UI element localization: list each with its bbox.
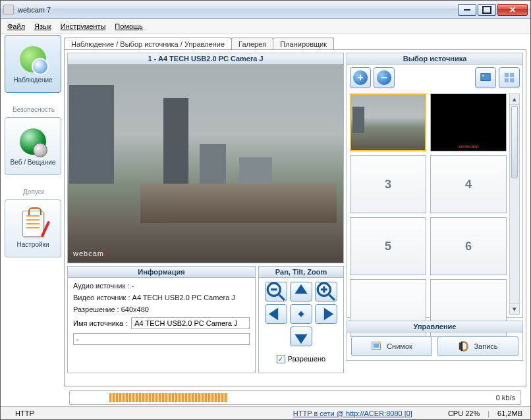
source-name-label: Имя источника : bbox=[73, 319, 127, 327]
globe-icon bbox=[20, 128, 46, 155]
close-button[interactable] bbox=[497, 4, 528, 16]
svg-rect-18 bbox=[461, 342, 463, 351]
ptz-right-button[interactable] bbox=[315, 304, 337, 324]
tab-scheduler[interactable]: Планировщик bbox=[273, 38, 334, 49]
svg-rect-11 bbox=[510, 73, 514, 77]
snapshot-button[interactable]: Снимок bbox=[351, 336, 432, 356]
ptz-title: Pan, Tilt, Zoom bbox=[259, 267, 343, 278]
sidebar-label-web: Веб / Вещание bbox=[11, 159, 56, 166]
minimize-button[interactable] bbox=[458, 4, 476, 16]
ptz-home-button[interactable] bbox=[290, 304, 312, 324]
info-title: Информация bbox=[68, 267, 255, 278]
app-icon bbox=[3, 5, 14, 15]
single-view-button[interactable] bbox=[475, 67, 496, 88]
source-title: Выбор источника bbox=[347, 53, 522, 65]
sidebar-category-access: Допуск bbox=[5, 178, 61, 197]
app-window: webcam 7 Файл Язык Инструменты Помощь На… bbox=[0, 0, 531, 420]
clipboard-icon bbox=[22, 211, 43, 237]
sidebar-item-settings[interactable]: Настройки bbox=[5, 199, 61, 257]
zoom-out-button[interactable] bbox=[265, 282, 287, 302]
ptz-allowed-checkbox[interactable]: ✓ bbox=[277, 355, 285, 363]
snapshot-label: Снимок bbox=[387, 342, 412, 350]
source-thumb-5[interactable]: 5 bbox=[350, 217, 426, 275]
record-button[interactable]: Запись bbox=[437, 336, 518, 356]
add-source-button[interactable]: + bbox=[350, 67, 371, 88]
menu-tools[interactable]: Инструменты bbox=[61, 22, 106, 30]
bandwidth-bar: 0 kb/s bbox=[69, 390, 521, 405]
menu-file[interactable]: Файл bbox=[7, 22, 25, 30]
window-title: webcam 7 bbox=[18, 6, 51, 14]
snapshot-icon bbox=[371, 340, 383, 352]
control-panel: Управление Снимок Запись bbox=[347, 321, 523, 361]
source-panel: Выбор источника + − webcam bbox=[347, 53, 523, 318]
tab-gallery[interactable]: Галерея bbox=[231, 38, 273, 49]
source-thumb-3[interactable]: 3 bbox=[350, 155, 426, 213]
ptz-panel: Pan, Tilt, Zoom bbox=[258, 266, 344, 373]
menu-help[interactable]: Помощь bbox=[115, 22, 143, 30]
maximize-button[interactable] bbox=[478, 4, 496, 16]
status-link[interactable]: HTTP в сети @ http://ACER:8080 [0] bbox=[293, 409, 412, 417]
source-thumb-1[interactable] bbox=[350, 93, 426, 151]
menu-language[interactable]: Язык bbox=[34, 22, 51, 30]
svg-rect-15 bbox=[374, 344, 379, 348]
scroll-thumb[interactable] bbox=[511, 106, 518, 178]
sidebar-category-security: Безопасность bbox=[5, 95, 61, 115]
webcam-icon bbox=[20, 46, 46, 72]
record-icon bbox=[458, 340, 470, 352]
camera-title: 1 - A4 TECH USB2.0 PC Camera J bbox=[68, 53, 343, 65]
watermark: webcam7 bbox=[73, 247, 109, 259]
remove-source-button[interactable]: − bbox=[374, 67, 395, 88]
source-thumb-6[interactable]: 6 bbox=[430, 217, 507, 275]
svg-line-1 bbox=[279, 295, 285, 300]
grid-view-button[interactable] bbox=[499, 67, 520, 88]
status-mem: 61,2MB bbox=[497, 409, 522, 417]
svg-point-16 bbox=[379, 342, 381, 344]
sidebar: Наблюдение Безопасность Веб / Вещание До… bbox=[5, 35, 61, 406]
svg-rect-13 bbox=[510, 78, 514, 82]
ptz-allowed-label: Разрешено bbox=[288, 355, 325, 363]
bandwidth-fill bbox=[109, 393, 228, 402]
sidebar-item-web[interactable]: Веб / Вещание bbox=[5, 117, 61, 175]
tab-main[interactable]: Наблюдение / Выбор источника / Управлени… bbox=[64, 38, 232, 49]
menubar: Файл Язык Инструменты Помощь bbox=[1, 19, 530, 34]
source-extra-input[interactable] bbox=[73, 333, 250, 345]
scroll-down-icon[interactable]: ▾ bbox=[510, 303, 519, 314]
source-thumbnails: webcam 3 4 5 6 bbox=[350, 93, 507, 315]
ptz-down-button[interactable] bbox=[290, 327, 312, 346]
camera-view[interactable]: webcam7 bbox=[68, 65, 343, 263]
ptz-up-button[interactable] bbox=[290, 282, 312, 302]
zoom-in-button[interactable] bbox=[315, 282, 337, 302]
titlebar[interactable]: webcam 7 bbox=[1, 1, 530, 19]
bandwidth-value: 0 kb/s bbox=[496, 394, 515, 402]
source-thumb-4[interactable]: 4 bbox=[430, 155, 507, 213]
info-video: Видео источник : A4 TECH USB2.0 PC Camer… bbox=[73, 294, 250, 302]
svg-rect-10 bbox=[505, 73, 509, 77]
camera-panel: 1 - A4 TECH USB2.0 PC Camera J webcam7 bbox=[67, 53, 344, 263]
info-panel: Информация Аудио источник : - Видео исто… bbox=[67, 266, 256, 373]
source-thumb-2[interactable]: webcam bbox=[430, 93, 507, 151]
svg-line-4 bbox=[329, 295, 335, 300]
sidebar-label-settings: Настройки bbox=[16, 241, 49, 248]
statusbar: HTTP HTTP в сети @ http://ACER:8080 [0] … bbox=[1, 406, 530, 419]
source-name-input[interactable] bbox=[131, 317, 250, 329]
svg-rect-12 bbox=[505, 78, 509, 82]
sidebar-label-surveillance: Наблюдение bbox=[13, 76, 52, 84]
status-cpu: CPU 22% bbox=[448, 409, 480, 417]
record-label: Запись bbox=[474, 342, 497, 350]
scroll-up-icon[interactable]: ▴ bbox=[510, 94, 519, 105]
control-title: Управление bbox=[347, 321, 522, 332]
info-audio: Аудио источник : - bbox=[73, 282, 250, 290]
thumbs-scrollbar[interactable]: ▴ ▾ bbox=[509, 93, 520, 315]
svg-rect-7 bbox=[298, 311, 304, 317]
ptz-left-button[interactable] bbox=[265, 304, 287, 324]
status-http: HTTP bbox=[9, 409, 41, 417]
tab-body: 1 - A4 TECH USB2.0 PC Camera J webcam7 И… bbox=[64, 49, 526, 386]
tabstrip: Наблюдение / Выбор источника / Управлени… bbox=[64, 35, 526, 49]
svg-rect-8 bbox=[481, 74, 490, 81]
sidebar-item-surveillance[interactable]: Наблюдение bbox=[5, 35, 61, 93]
info-resolution: Разрешение : 640x480 bbox=[73, 305, 250, 313]
svg-rect-9 bbox=[482, 75, 485, 77]
